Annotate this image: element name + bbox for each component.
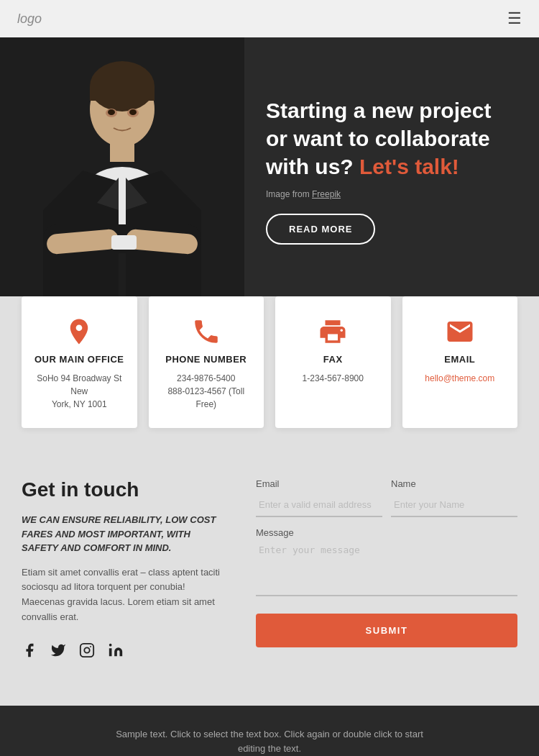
- message-input[interactable]: [256, 539, 517, 596]
- site-footer: Sample text. Click to select the text bo…: [0, 706, 539, 756]
- email-title: EMAIL: [414, 354, 507, 365]
- hero-title: Starting a new project or want to collab…: [266, 96, 510, 181]
- info-card-office: OUR MAIN OFFICE SoHo 94 Broadway St New …: [22, 296, 137, 428]
- facebook-icon[interactable]: [22, 642, 37, 662]
- email-label: Email: [256, 478, 382, 489]
- hamburger-icon[interactable]: ☰: [507, 9, 522, 28]
- svg-point-17: [108, 109, 115, 115]
- freepik-link[interactable]: Freepik: [312, 189, 341, 199]
- contact-form: Email Name Message SUBMIT: [256, 478, 517, 662]
- name-input[interactable]: [391, 493, 517, 517]
- contact-tagline: WE CAN ENSURE RELIABILITY, LOW COST FARE…: [22, 513, 227, 555]
- footer-text: Sample text. Click to select the text bo…: [111, 727, 428, 756]
- twitter-icon[interactable]: [50, 642, 66, 662]
- svg-rect-4: [110, 144, 134, 162]
- svg-rect-14: [111, 235, 137, 250]
- info-card-email: EMAIL hello@theme.com: [402, 296, 518, 428]
- read-more-button[interactable]: READ MORE: [266, 214, 375, 245]
- office-address: SoHo 94 Broadway St New York, NY 1001: [33, 372, 126, 411]
- form-row-email-name: Email Name: [256, 478, 517, 517]
- fax-number: 1-234-567-8900: [287, 372, 379, 385]
- logo: logo: [17, 12, 42, 27]
- svg-rect-19: [80, 644, 93, 657]
- svg-point-21: [90, 646, 91, 647]
- svg-point-22: [109, 644, 112, 647]
- hero-person-svg: [0, 37, 244, 296]
- submit-button[interactable]: SUBMIT: [256, 614, 517, 647]
- svg-rect-3: [90, 86, 155, 101]
- email-address: hello@theme.com: [414, 372, 507, 385]
- svg-point-18: [129, 109, 137, 115]
- contact-title: Get in touch: [22, 478, 227, 501]
- message-label: Message: [256, 527, 294, 538]
- location-icon: [33, 316, 126, 347]
- form-group-name: Name: [391, 478, 517, 517]
- hero-image-credit: Image from Freepik: [266, 189, 510, 199]
- name-label: Name: [391, 478, 517, 489]
- hero-section: Starting a new project or want to collab…: [0, 37, 539, 296]
- linkedin-icon[interactable]: [108, 642, 124, 662]
- social-icons: [22, 642, 227, 662]
- phone-numbers: 234-9876-5400 888-0123-4567 (Toll Free): [160, 372, 253, 411]
- info-card-fax: FAX 1-234-567-8900: [275, 296, 391, 428]
- form-group-message: Message: [256, 526, 517, 599]
- fax-title: FAX: [287, 354, 379, 365]
- email-link[interactable]: hello@theme.com: [425, 373, 494, 383]
- instagram-icon[interactable]: [79, 642, 95, 662]
- email-input[interactable]: [256, 493, 382, 517]
- info-card-phone: PHONE NUMBER 234-9876-5400 888-0123-4567…: [149, 296, 264, 428]
- info-cards-container: OUR MAIN OFFICE SoHo 94 Broadway St New …: [22, 296, 517, 428]
- site-header: logo ☰: [0, 0, 539, 37]
- contact-body: Etiam sit amet convallis erat – class ap…: [22, 565, 227, 625]
- phone-icon: [160, 316, 253, 347]
- form-group-email: Email: [256, 478, 382, 517]
- contact-left: Get in touch WE CAN ENSURE RELIABILITY, …: [22, 478, 227, 662]
- hero-content: Starting a new project or want to collab…: [244, 37, 539, 296]
- info-cards-section: OUR MAIN OFFICE SoHo 94 Broadway St New …: [0, 296, 539, 450]
- email-icon: [414, 316, 507, 347]
- hero-image: [0, 37, 244, 296]
- contact-section: Get in touch WE CAN ENSURE RELIABILITY, …: [0, 450, 539, 706]
- office-title: OUR MAIN OFFICE: [33, 354, 126, 365]
- svg-point-20: [84, 647, 89, 652]
- fax-icon: [287, 316, 379, 347]
- phone-title: PHONE NUMBER: [160, 354, 253, 365]
